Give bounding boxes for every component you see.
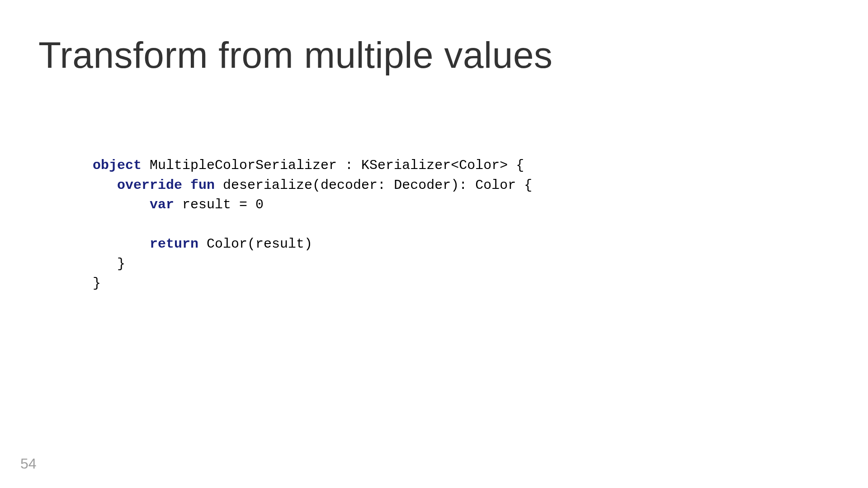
kw-object: object bbox=[93, 158, 142, 173]
page-number: 54 bbox=[20, 455, 37, 472]
code-line-2-rest: deserialize(decoder: Decoder): Color { bbox=[215, 178, 532, 193]
kw-return: return bbox=[150, 236, 198, 252]
slide-title: Transform from multiple values bbox=[38, 34, 553, 76]
code-close-inner: } bbox=[93, 256, 125, 272]
kw-override-fun: override fun bbox=[117, 178, 215, 193]
code-line-5-rest: Color(result) bbox=[198, 236, 312, 252]
kw-var: var bbox=[150, 197, 174, 212]
code-line-3-rest: result = 0 bbox=[174, 197, 264, 212]
code-close-outer: } bbox=[93, 276, 101, 291]
code-line-1-rest: MultipleColorSerializer : KSerializer<Co… bbox=[142, 158, 524, 173]
code-block: object MultipleColorSerializer : KSerial… bbox=[93, 156, 532, 294]
